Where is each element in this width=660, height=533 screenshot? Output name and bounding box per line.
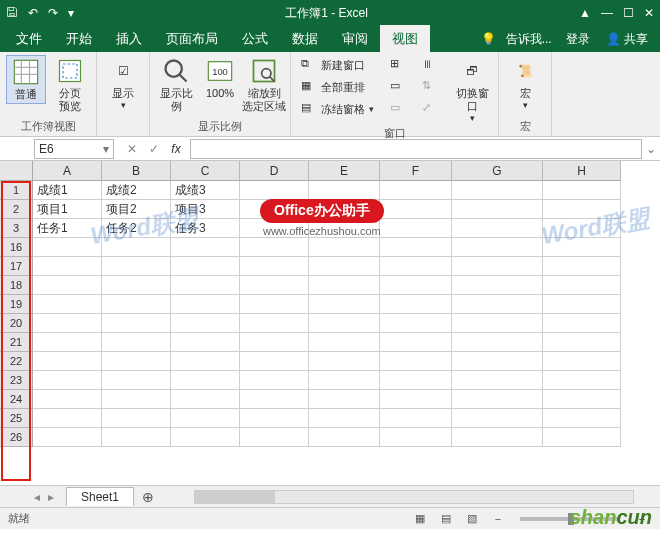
close-icon[interactable]: ✕	[644, 6, 654, 20]
cell[interactable]	[543, 428, 621, 447]
menu-file[interactable]: 文件	[4, 25, 54, 53]
cell[interactable]	[171, 276, 240, 295]
zoom-button[interactable]: 显示比例	[156, 55, 196, 115]
cell[interactable]	[309, 200, 380, 219]
cell[interactable]	[543, 314, 621, 333]
zoom-selection-button[interactable]: 缩放到 选定区域	[244, 55, 284, 115]
cell[interactable]	[33, 333, 102, 352]
cell[interactable]	[380, 409, 452, 428]
cell[interactable]	[171, 428, 240, 447]
cell[interactable]	[240, 200, 309, 219]
cell[interactable]	[452, 314, 543, 333]
cell[interactable]	[33, 352, 102, 371]
split-button[interactable]: ⊞	[386, 55, 410, 75]
cell[interactable]	[240, 390, 309, 409]
row-header[interactable]: 19	[0, 295, 33, 314]
cell[interactable]	[452, 276, 543, 295]
cell[interactable]	[33, 257, 102, 276]
row-header[interactable]: 2	[0, 200, 33, 219]
cell[interactable]	[543, 257, 621, 276]
add-sheet-button[interactable]: ⊕	[142, 489, 154, 505]
cell[interactable]	[102, 333, 171, 352]
col-header-B[interactable]: B	[102, 161, 171, 181]
cell[interactable]	[33, 371, 102, 390]
switch-window-button[interactable]: 🗗 切换窗口 ▾	[452, 55, 492, 125]
cell[interactable]	[102, 238, 171, 257]
fx-icon[interactable]: fx	[166, 139, 186, 159]
row-header[interactable]: 1	[0, 181, 33, 200]
view-normal-button[interactable]: 普通	[6, 55, 46, 104]
cell[interactable]	[33, 314, 102, 333]
view-pagebreak-button[interactable]: 分页 预览	[50, 55, 90, 115]
ribbon-options-icon[interactable]: ▲	[579, 6, 591, 20]
cell[interactable]	[309, 314, 380, 333]
cell[interactable]	[452, 333, 543, 352]
zoom-in-icon[interactable]: +	[632, 511, 652, 527]
cell[interactable]	[171, 333, 240, 352]
menu-data[interactable]: 数据	[280, 25, 330, 53]
cell[interactable]	[102, 409, 171, 428]
cell[interactable]	[102, 428, 171, 447]
tab-next-icon[interactable]: ▸	[48, 490, 54, 504]
cell[interactable]	[543, 238, 621, 257]
row-header[interactable]: 26	[0, 428, 33, 447]
cell[interactable]: 任务3	[171, 219, 240, 238]
cell[interactable]: 成绩2	[102, 181, 171, 200]
cell[interactable]	[240, 276, 309, 295]
row-header[interactable]: 18	[0, 276, 33, 295]
cell[interactable]	[452, 352, 543, 371]
row-header[interactable]: 23	[0, 371, 33, 390]
cell[interactable]	[171, 409, 240, 428]
cell[interactable]	[452, 219, 543, 238]
cell[interactable]	[240, 238, 309, 257]
cell[interactable]	[543, 219, 621, 238]
cell[interactable]	[309, 238, 380, 257]
cell[interactable]	[102, 371, 171, 390]
cell[interactable]	[543, 276, 621, 295]
cell[interactable]	[543, 371, 621, 390]
cell[interactable]	[452, 371, 543, 390]
maximize-icon[interactable]: ☐	[623, 6, 634, 20]
select-all-corner[interactable]	[0, 161, 33, 181]
macro-button[interactable]: 📜 宏 ▾	[505, 55, 545, 112]
new-window-button[interactable]: ⧉新建窗口	[297, 55, 378, 75]
cell[interactable]	[171, 314, 240, 333]
cell[interactable]	[33, 238, 102, 257]
cell[interactable]: 成绩1	[33, 181, 102, 200]
col-header-E[interactable]: E	[309, 161, 380, 181]
cell[interactable]	[240, 352, 309, 371]
row-header[interactable]: 17	[0, 257, 33, 276]
formula-bar[interactable]	[190, 139, 642, 159]
cell[interactable]	[102, 390, 171, 409]
cell[interactable]	[33, 276, 102, 295]
menu-share[interactable]: 👤 共享	[598, 26, 656, 53]
menu-formulas[interactable]: 公式	[230, 25, 280, 53]
row-header[interactable]: 24	[0, 390, 33, 409]
cell[interactable]	[452, 200, 543, 219]
cell[interactable]: 成绩3	[171, 181, 240, 200]
cell[interactable]	[543, 333, 621, 352]
cell[interactable]	[102, 276, 171, 295]
cell[interactable]	[452, 181, 543, 200]
cell[interactable]	[380, 352, 452, 371]
cell[interactable]	[240, 428, 309, 447]
cell[interactable]	[309, 257, 380, 276]
reset-pos-button[interactable]: ⤢	[418, 99, 442, 119]
view-pagebreak-icon[interactable]: ▧	[462, 511, 482, 527]
row-header[interactable]: 21	[0, 333, 33, 352]
cell[interactable]	[309, 295, 380, 314]
cell[interactable]	[102, 257, 171, 276]
cell[interactable]	[452, 257, 543, 276]
col-header-D[interactable]: D	[240, 161, 309, 181]
col-header-G[interactable]: G	[452, 161, 543, 181]
expand-formula-icon[interactable]: ⌄	[646, 142, 656, 156]
arrange-all-button[interactable]: ▦全部重排	[297, 77, 378, 97]
zoom-slider[interactable]	[520, 517, 620, 521]
cell[interactable]	[33, 428, 102, 447]
menu-page-layout[interactable]: 页面布局	[154, 25, 230, 53]
cell[interactable]	[452, 428, 543, 447]
cell[interactable]	[102, 295, 171, 314]
cell[interactable]	[309, 333, 380, 352]
cell[interactable]	[240, 219, 309, 238]
cell[interactable]	[171, 295, 240, 314]
